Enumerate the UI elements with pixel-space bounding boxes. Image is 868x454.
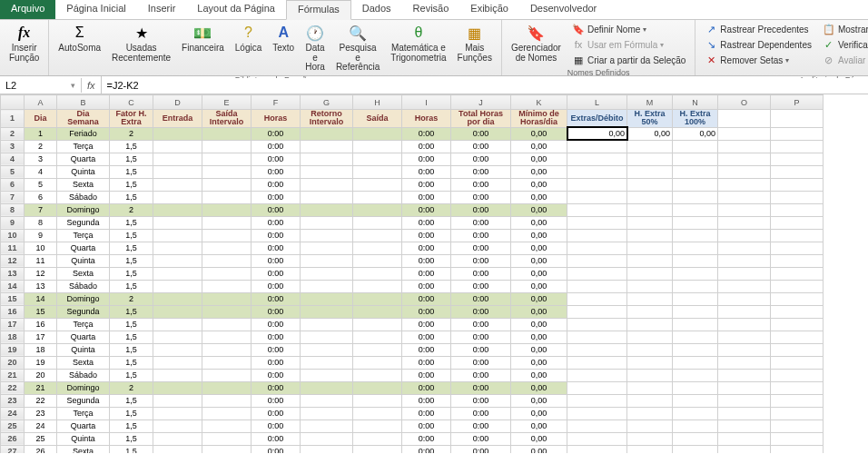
cell[interactable] [771, 178, 824, 191]
cell-retorno[interactable] [301, 216, 353, 229]
cell-retorno[interactable] [301, 229, 353, 242]
name-box[interactable]: L2▾ [0, 78, 82, 93]
cell[interactable] [771, 394, 824, 407]
cell[interactable] [627, 331, 673, 343]
cell[interactable] [567, 216, 627, 229]
cell[interactable] [718, 165, 771, 178]
cell-saida-int[interactable] [202, 331, 252, 343]
cell[interactable] [771, 356, 824, 369]
use-in-formula-button[interactable]: fxUsar em Fórmula ▾ [568, 37, 689, 52]
cell-dia-semana[interactable]: Segunda [57, 394, 110, 407]
cell-horas[interactable]: 0:00 [252, 127, 301, 140]
cell-saida-int[interactable] [202, 242, 252, 254]
cell-dia[interactable]: 8 [25, 216, 57, 229]
cell[interactable] [718, 343, 771, 356]
cell-total[interactable]: 0:00 [451, 203, 511, 216]
cell[interactable] [718, 445, 771, 453]
cell[interactable] [771, 110, 824, 128]
cell[interactable] [771, 140, 824, 153]
cell-total[interactable]: 0:00 [451, 369, 511, 381]
cell-retorno[interactable] [301, 191, 353, 203]
row-header[interactable]: 19 [1, 343, 25, 356]
cell[interactable] [718, 178, 771, 191]
header-cell[interactable]: H. Extra 50% [627, 110, 673, 128]
header-cell[interactable]: Entrada [153, 110, 202, 128]
cell-dia[interactable]: 2 [25, 140, 57, 153]
cell-horas2[interactable]: 0:00 [402, 140, 451, 153]
cell-dia-semana[interactable]: Terça [57, 407, 110, 419]
cell-fator[interactable]: 2 [110, 127, 153, 140]
cell-horas2[interactable]: 0:00 [402, 394, 451, 407]
cell-entrada[interactable] [153, 343, 202, 356]
cell-entrada[interactable] [153, 280, 202, 292]
cell-dia-semana[interactable]: Quinta [57, 254, 110, 267]
cell-min[interactable]: 0,00 [511, 432, 567, 445]
cell-min[interactable]: 0,00 [511, 305, 567, 318]
cell-total[interactable]: 0:00 [451, 254, 511, 267]
cell-dia-semana[interactable]: Sábado [57, 369, 110, 381]
cell-total[interactable]: 0:00 [451, 394, 511, 407]
cell[interactable] [673, 254, 718, 267]
remove-arrows-button[interactable]: ✕Remover Setas ▾ [701, 53, 815, 67]
cell-saida[interactable] [353, 229, 402, 242]
formula-input[interactable] [102, 78, 868, 93]
cell-dia-semana[interactable]: Sexta [57, 356, 110, 369]
cell-horas[interactable]: 0:00 [252, 305, 301, 318]
cell-horas[interactable]: 0:00 [252, 318, 301, 331]
cell[interactable] [673, 191, 718, 203]
cell-total[interactable]: 0:00 [451, 445, 511, 453]
cell[interactable] [673, 292, 718, 305]
cell-min[interactable]: 0,00 [511, 165, 567, 178]
cell-saida[interactable] [353, 356, 402, 369]
more-functions-button[interactable]: ▦Mais Funções [454, 22, 496, 64]
logic-button[interactable]: ?Lógica [232, 22, 265, 55]
tab-exibição[interactable]: Exibição [459, 0, 519, 19]
cell-retorno[interactable] [301, 267, 353, 280]
cell[interactable] [627, 292, 673, 305]
column-header-N[interactable]: N [673, 95, 718, 110]
row-header[interactable]: 18 [1, 331, 25, 343]
cell-total[interactable]: 0:00 [451, 165, 511, 178]
cell-horas[interactable]: 0:00 [252, 191, 301, 203]
cell-horas2[interactable]: 0:00 [402, 356, 451, 369]
row-header[interactable]: 26 [1, 432, 25, 445]
spreadsheet-grid[interactable]: ABCDEFGHIJKLMNOP 1DiaDia SemanaFator H. … [0, 94, 868, 453]
cell[interactable] [627, 178, 673, 191]
row-header[interactable]: 22 [1, 381, 25, 394]
cell[interactable] [567, 343, 627, 356]
cell-min[interactable]: 0,00 [511, 292, 567, 305]
cell-entrada[interactable] [153, 318, 202, 331]
cell-min[interactable]: 0,00 [511, 445, 567, 453]
cell[interactable] [567, 229, 627, 242]
column-header-H[interactable]: H [353, 95, 402, 110]
cell[interactable] [718, 356, 771, 369]
cell-entrada[interactable] [153, 254, 202, 267]
insert-function-button[interactable]: fx Inserir Função [5, 22, 43, 64]
cell[interactable] [771, 127, 824, 140]
tab-desenvolvedor[interactable]: Desenvolvedor [519, 0, 607, 19]
header-cell[interactable]: Dia Semana [57, 110, 110, 128]
cell-horas[interactable]: 0:00 [252, 432, 301, 445]
cell-total[interactable]: 0:00 [451, 318, 511, 331]
column-header-B[interactable]: B [57, 95, 110, 110]
cell-dia-semana[interactable]: Segunda [57, 216, 110, 229]
cell[interactable] [567, 292, 627, 305]
row-header[interactable]: 10 [1, 229, 25, 242]
column-header-K[interactable]: K [511, 95, 567, 110]
cell-dia-semana[interactable]: Terça [57, 318, 110, 331]
cell[interactable] [718, 292, 771, 305]
trace-dependents-button[interactable]: ↘Rastrear Dependentes [701, 37, 815, 52]
header-cell[interactable]: Horas [252, 110, 301, 128]
cell[interactable] [771, 292, 824, 305]
cell-fator[interactable]: 1,5 [110, 318, 153, 331]
cell-min[interactable]: 0,00 [511, 127, 567, 140]
cell-horas2[interactable]: 0:00 [402, 432, 451, 445]
cell[interactable] [567, 356, 627, 369]
cell-total[interactable]: 0:00 [451, 153, 511, 165]
date-button[interactable]: 🕐Data e Hora [301, 22, 329, 74]
cell-min[interactable]: 0,00 [511, 280, 567, 292]
cell-dia[interactable]: 15 [25, 305, 57, 318]
cell-fator[interactable]: 1,5 [110, 407, 153, 419]
fx-icon[interactable]: fx [82, 76, 102, 94]
cell-fator[interactable]: 1,5 [110, 254, 153, 267]
